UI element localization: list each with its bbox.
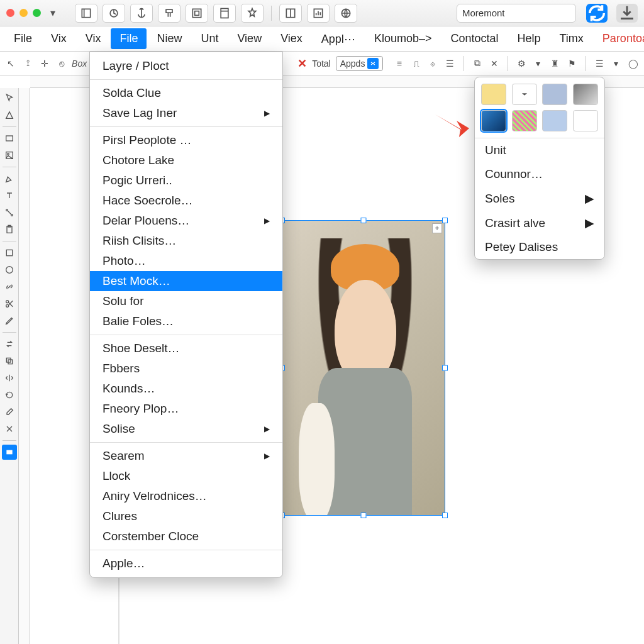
menu-contoctal[interactable]: Contoctal [441, 28, 507, 49]
clipboard-tool[interactable] [2, 222, 17, 237]
menuitem-solise[interactable]: Solise▶ [90, 419, 282, 439]
resize-handle[interactable] [442, 365, 448, 371]
swatch-pattern-icon[interactable] [512, 110, 537, 131]
chevron-down-icon[interactable]: ▾ [611, 57, 623, 70]
menuitem-chotore-lake[interactable]: Chotore Lake [90, 150, 282, 170]
marker-icon[interactable]: ⎋ [55, 57, 67, 70]
tool-star-icon[interactable] [241, 4, 264, 23]
tool-anchor-icon[interactable] [130, 4, 153, 23]
pointer-tool[interactable] [2, 91, 17, 106]
menuitem-fbbers[interactable]: Fbbers [90, 358, 282, 379]
menuitem-hace-soecrole-[interactable]: Hace Soecrole… [90, 191, 282, 211]
menuitem-fneory-plop-[interactable]: Fneory Plop… [90, 399, 282, 419]
tool-layout-icon[interactable] [186, 4, 208, 23]
menuitem-pogic-urreri-[interactable]: Pogic Urreri.. [90, 170, 282, 191]
menu-niew[interactable]: Niew [148, 28, 191, 49]
resize-handle[interactable] [442, 513, 448, 518]
swatch-triangle-icon[interactable] [573, 84, 598, 105]
shape-tool[interactable] [2, 108, 17, 123]
menu-kloumob–>[interactable]: Kloumob–> [365, 28, 441, 49]
swap-tool[interactable] [2, 336, 17, 352]
menu-unt[interactable]: Unt [192, 28, 227, 49]
dropdown-icon[interactable]: ▾ [46, 4, 60, 23]
menu-parontoad[interactable]: Parontoad [594, 28, 644, 49]
menuitem-apple-[interactable]: Apple… [90, 553, 282, 574]
resize-handle[interactable] [361, 218, 367, 223]
menuitem-llock[interactable]: Llock [90, 466, 282, 486]
image-tool[interactable] [2, 148, 17, 163]
swatch-blob-icon[interactable] [542, 110, 567, 131]
gear-icon[interactable]: ⚙ [516, 57, 528, 70]
menuitem-corstember-cloce[interactable]: Corstember Cloce [90, 526, 282, 547]
menuitem-kounds-[interactable]: Kounds… [90, 379, 282, 399]
zoom-window[interactable] [33, 9, 41, 17]
flag-icon[interactable]: ⚑ [566, 57, 578, 70]
menuitem-aniry-velrodnices-[interactable]: Aniry Velrodnices… [90, 486, 282, 506]
tool-clamp-icon[interactable] [158, 4, 180, 23]
panel-item-soles[interactable]: Soles▶ [475, 186, 604, 211]
crosshair-icon[interactable]: ✛ [39, 57, 51, 70]
preset-select[interactable]: Appds [336, 56, 384, 71]
flip-tool[interactable] [2, 370, 17, 386]
panel-item-unit[interactable]: Unit [475, 138, 604, 162]
download-button[interactable] [616, 4, 638, 23]
pen-tool[interactable] [2, 171, 17, 186]
swatch-cloud-icon[interactable] [542, 84, 567, 105]
search-box[interactable] [457, 4, 576, 23]
resize-handle[interactable] [442, 218, 448, 223]
menuitem-solda-clue[interactable]: Solda Clue [90, 83, 282, 103]
slice-icon[interactable]: ✕ [488, 57, 500, 70]
refresh-button[interactable] [586, 4, 608, 23]
scissors-tool[interactable] [2, 296, 17, 311]
circle-tool[interactable] [2, 262, 17, 277]
menuitem-pirsl-peoplote-[interactable]: Pirsl Peoplote … [90, 130, 282, 150]
tool-panel-icon[interactable] [279, 4, 302, 23]
menu-vix[interactable]: Vix [42, 28, 75, 49]
menu-vix[interactable]: Vix [77, 28, 110, 49]
menuitem-shoe-deselt-[interactable]: Shoe Deselt… [90, 338, 282, 358]
menuitem-balie-foles-[interactable]: Balie Foles… [90, 311, 282, 331]
menuitem-layre-ploct[interactable]: Layre / Ploct [90, 56, 282, 76]
swatch-blank-icon[interactable] [573, 110, 598, 131]
transform-icon[interactable]: ⟐ [427, 57, 439, 70]
menu-view[interactable]: View [228, 28, 270, 49]
crop-icon[interactable]: ⧉ [471, 57, 483, 70]
node-tool[interactable] [2, 205, 17, 220]
menu-file[interactable]: File [5, 28, 41, 49]
menuitem-solu-for[interactable]: Solu for [90, 291, 282, 311]
swatch-arrow-icon[interactable] [512, 84, 537, 105]
search-input[interactable] [462, 8, 582, 18]
menuitem-clures[interactable]: Clures [90, 506, 282, 526]
menuitem-searem[interactable]: Searem▶ [90, 446, 282, 466]
fill-tool[interactable] [2, 445, 17, 460]
swatch-gradient-icon[interactable] [481, 110, 506, 131]
tool-globe-icon[interactable] [335, 4, 357, 23]
pencil-tool[interactable] [2, 313, 17, 328]
menu-file[interactable]: File [111, 28, 147, 49]
menuitem-photo-[interactable]: Photo… [90, 251, 282, 271]
rotate-tool[interactable] [2, 387, 17, 402]
close-window[interactable] [6, 9, 14, 17]
menuitem-save-lag-iner[interactable]: Save Lag Iner▶ [90, 103, 282, 123]
circle-icon[interactable]: ◯ [627, 57, 639, 70]
resize-handle[interactable] [361, 513, 367, 518]
graph-icon[interactable]: ⎍ [410, 57, 422, 70]
castle-icon[interactable]: ♜ [549, 57, 561, 70]
menu-viex[interactable]: Viex [272, 28, 311, 49]
minimize-window[interactable] [19, 9, 28, 17]
selected-image-frame[interactable]: + [282, 220, 445, 516]
tool-measure-icon[interactable] [103, 4, 125, 23]
frame-tool[interactable] [2, 245, 17, 260]
align-icon[interactable]: ⟟ [22, 57, 34, 70]
tool-chart-icon[interactable] [307, 4, 330, 23]
menu-help[interactable]: Help [509, 28, 550, 49]
chevron-down-icon[interactable]: ▾ [533, 57, 545, 70]
erase-tool[interactable] [2, 421, 17, 436]
layers-tool[interactable] [2, 353, 17, 369]
tool-sheet-icon[interactable] [75, 4, 97, 23]
panel-item-petey-dalises[interactable]: Petey Dalises [475, 235, 604, 259]
swatch-folder-icon[interactable] [481, 84, 506, 105]
lines-icon[interactable]: ☰ [594, 57, 606, 70]
menuitem-best-mock-[interactable]: Best Mock… [90, 271, 282, 291]
cancel-icon[interactable]: ✕ [297, 57, 307, 70]
